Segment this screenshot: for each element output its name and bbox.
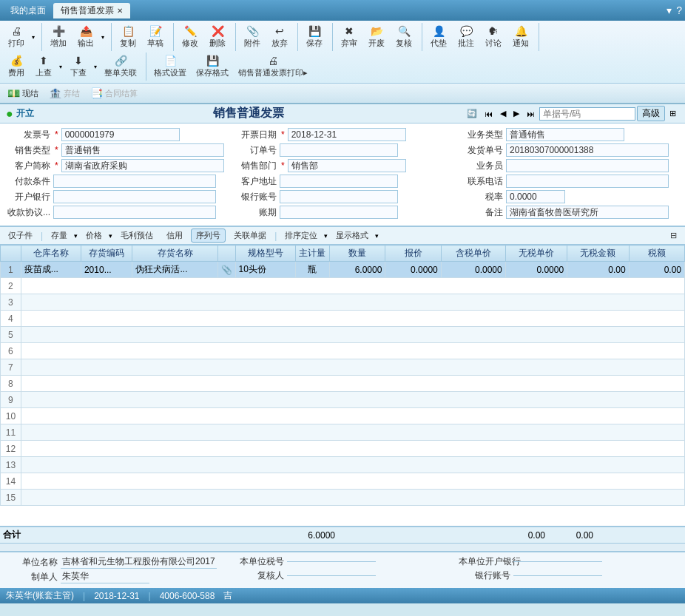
cell-empty[interactable] [21,278,684,294]
print-arrow-button[interactable]: ▾ [30,32,37,43]
abandon-button[interactable]: ✖ 弃审 [336,23,362,51]
cell-warehouse-1[interactable]: 疫苗成... [21,262,81,278]
open-bank-field[interactable] [53,190,216,203]
cell-empty[interactable] [21,424,684,441]
order-no-field[interactable] [280,143,398,157]
period-field[interactable] [280,206,398,219]
table-collapse-button[interactable]: ⊟ [665,229,682,242]
table-row[interactable]: 3 [1,294,685,311]
table-row[interactable]: 2 [1,278,685,294]
sales-dept-field[interactable]: 销售部 [288,159,406,172]
sales-type-field[interactable]: 普通销售 [61,143,224,157]
tab-close-icon[interactable]: ✕ [117,7,123,15]
table-row[interactable]: 7 [1,359,685,376]
print-button[interactable]: 🖨 打印 [3,23,30,51]
save-button[interactable]: 💾 保存 [301,23,328,51]
fee-button[interactable]: 💰 费用 [3,53,30,81]
up-arrow-button[interactable]: ▾ [57,61,64,72]
advanced-search-button[interactable]: 高级 [637,106,665,121]
printbill-button[interactable]: 🖨 销售普通发票打印▸ [234,53,312,81]
tab-related-bill[interactable]: 关联单据 [229,229,271,243]
draft-button[interactable]: 📝 草稿 [142,23,169,51]
customer-field[interactable]: 湖南省政府采购 [61,159,224,172]
output-button[interactable]: 📤 输出 [72,23,99,51]
view-toggle-button[interactable]: ⊞ [667,107,679,120]
business-type-field[interactable]: 普通销售 [506,128,624,141]
fmt-button[interactable]: 📄 格式设置 [149,53,191,81]
cell-empty[interactable] [21,441,684,457]
pay-terms-field[interactable] [53,175,216,188]
up-button[interactable]: ⬆ 上查 [30,53,57,81]
receive-agreement-field[interactable] [53,206,216,219]
savefmt-button[interactable]: 💾 保存格式 [192,53,233,81]
table-row[interactable]: 6 [1,343,685,359]
table-row[interactable]: 9 [1,392,685,408]
invoice-no-field[interactable]: 0000001979 [61,128,180,141]
cell-qty-1[interactable]: 6.0000 [330,262,385,278]
tab-serial[interactable]: 序列号 [191,229,226,243]
cell-stock-name-1[interactable]: 伪狂犬病活... [132,262,218,278]
cell-tax-1[interactable]: 0.00 [629,262,684,278]
cell-empty[interactable] [21,376,684,392]
table-row[interactable]: 11 [1,424,685,441]
down-arrow-button[interactable]: ▾ [92,61,99,72]
tab-child-only[interactable]: 仅子件 [3,229,38,243]
stock-qty-arrow[interactable]: ▾ [74,232,78,240]
table-row[interactable]: 13 [1,457,685,473]
cell-no-tax-price-1[interactable]: 0.0000 [505,262,567,278]
tab-stock-qty[interactable]: 存量 [46,229,72,243]
table-row[interactable]: 12 [1,441,685,457]
comment-button[interactable]: 💬 批注 [453,23,479,51]
cell-empty[interactable] [21,343,684,359]
table-row[interactable]: 5 [1,327,685,343]
cell-empty[interactable] [21,392,684,408]
add-button[interactable]: ➕ 增加 [45,23,72,51]
bank-account-field[interactable] [280,190,398,203]
down-button[interactable]: ⬇ 下查 [65,53,92,81]
nav-prev-button[interactable]: ◀ [497,107,509,120]
tab-desktop[interactable]: 我的桌面 [3,3,53,18]
sort-button[interactable]: 排序定位 [280,229,323,243]
help-button[interactable]: ? [676,4,682,16]
remarks-field[interactable]: 湖南省畜牧兽医研究所 [506,206,669,219]
cell-empty[interactable] [21,359,684,376]
cell-empty[interactable] [21,294,684,311]
cell-empty[interactable] [21,457,684,473]
nav-last-button[interactable]: ⏭ [524,108,538,120]
salesperson-field[interactable] [506,159,669,172]
cell-attach-1[interactable]: 📎 [218,262,235,278]
minimize-button[interactable]: ▾ [667,4,672,16]
combine-button[interactable]: 📑 合同结算 [86,85,142,101]
cell-unit-1[interactable]: 瓶 [295,262,329,278]
cell-empty[interactable] [21,490,684,506]
table-row[interactable]: 4 [1,311,685,327]
delete-button[interactable]: ❌ 删除 [204,23,231,51]
display-button[interactable]: 显示格式 [331,229,374,243]
refresh-button[interactable]: 🔄 [464,107,480,120]
notify-button[interactable]: 🔔 通知 [507,23,534,51]
review-button[interactable]: 🔍 复核 [391,23,417,51]
discuss-button[interactable]: 🗣 讨论 [480,23,507,51]
tab-profit[interactable]: 毛利预估 [115,229,158,243]
settle-button[interactable]: 🏦 弃结 [44,85,84,101]
proxy-button[interactable]: 👤 代垫 [425,23,452,51]
output-arrow-button[interactable]: ▾ [99,32,107,43]
edit-button[interactable]: ✏️ 修改 [177,23,203,51]
tab-price[interactable]: 价格 [81,229,107,243]
open-button[interactable]: 📂 开废 [363,23,390,51]
cell-spec-1[interactable]: 10头份 [235,262,295,278]
table-row[interactable]: 10 [1,408,685,424]
attach-button[interactable]: 📎 附件 [239,23,266,51]
delivery-no-field[interactable]: 20180307000001388 [506,143,669,157]
cell-empty[interactable] [21,473,684,490]
link-button[interactable]: 🔗 整单关联 [100,53,141,81]
nav-next-button[interactable]: ▶ [510,107,522,120]
tab-invoice[interactable]: 销售普通发票 ✕ [53,3,130,18]
bill-date-field[interactable]: 2018-12-31 [288,128,406,141]
nav-first-button[interactable]: ⏮ [482,108,496,120]
cell-empty[interactable] [21,327,684,343]
cell-stock-code-1[interactable]: 2010... [81,262,132,278]
cell-no-tax-amt-1[interactable]: 0.00 [567,262,629,278]
tax-rate-field[interactable]: 0.0000 [506,190,565,203]
cell-tax-price-1[interactable]: 0.0000 [441,262,505,278]
